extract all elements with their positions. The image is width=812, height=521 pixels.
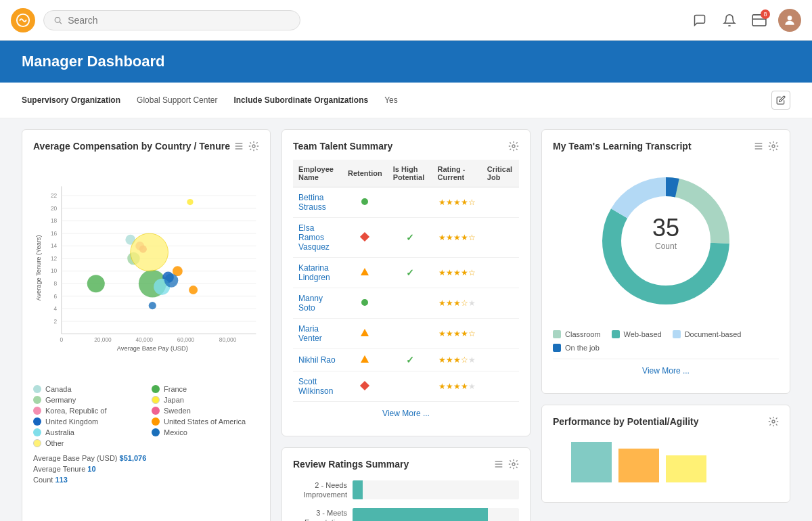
table-row: Nikhil Rao✓★★★☆★: [293, 349, 519, 371]
star-full: ★: [461, 268, 468, 277]
svg-text:60,000: 60,000: [177, 336, 195, 343]
compensation-legend: Canada France Germany Japan Korea, Repub…: [33, 385, 259, 447]
svg-point-49: [164, 273, 178, 287]
star-half: ☆: [468, 233, 476, 242]
svg-text:0: 0: [60, 336, 63, 343]
legend-korea: Korea, Republic of: [33, 407, 141, 415]
employee-link[interactable]: Scott Wilkinson: [298, 377, 333, 396]
svg-point-4: [788, 16, 792, 20]
svg-point-69: [772, 420, 775, 423]
star-full: ★: [438, 268, 446, 277]
settings-talent-icon[interactable]: [508, 141, 519, 152]
star-half: ☆: [468, 268, 476, 277]
inbox-badge: 8: [761, 9, 770, 19]
employee-link[interactable]: Nikhil Rao: [298, 355, 336, 365]
compensation-stats: Average Base Pay (USD) $51,076 Average T…: [33, 454, 259, 484]
bar-fill: [353, 480, 363, 499]
star-empty: ★: [468, 382, 476, 391]
settings-chart-icon[interactable]: [248, 141, 259, 152]
svg-point-51: [87, 275, 105, 292]
svg-text:Count: Count: [655, 242, 677, 251]
inbox-button[interactable]: 8: [748, 9, 770, 31]
search-input[interactable]: [68, 15, 290, 26]
svg-text:16: 16: [51, 230, 58, 237]
svg-text:12: 12: [51, 255, 58, 262]
legend-japan: Japan: [152, 396, 259, 404]
learning-title: My Team's Learning Transcript: [553, 141, 692, 152]
svg-point-62: [772, 145, 775, 148]
subordinate-label: Include Subordinate Organizations: [233, 95, 368, 105]
star-full: ★: [438, 233, 446, 242]
star-full: ★: [453, 298, 461, 308]
svg-rect-72: [666, 455, 706, 482]
performance-card: Performance by Potential/Agility: [541, 405, 790, 503]
star-full: ★: [446, 382, 453, 391]
legend-web-based: Web-based: [612, 330, 662, 338]
svg-text:6: 6: [54, 293, 58, 300]
star-full: ★: [453, 233, 461, 242]
search-bar[interactable]: [43, 10, 300, 30]
messages-button[interactable]: [689, 9, 710, 31]
star-full: ★: [453, 268, 461, 277]
user-avatar[interactable]: [778, 9, 801, 32]
employee-link[interactable]: Bettina Strauss: [298, 193, 326, 212]
table-row: Bettina Strauss★★★★☆: [293, 187, 519, 218]
search-icon: [53, 16, 62, 25]
learning-card-icons[interactable]: [753, 141, 779, 152]
employee-link[interactable]: Elsa Ramos Vasquez: [298, 223, 330, 252]
filter-learning-icon[interactable]: [753, 141, 764, 152]
high-potential-check: ✓: [406, 232, 414, 243]
bar-row: 3 - MeetsExpectations: [293, 508, 519, 521]
compensation-card-icons[interactable]: [233, 141, 259, 152]
star-full: ★: [446, 233, 453, 242]
svg-point-50: [131, 233, 168, 271]
svg-text:Average Base Pay (USD): Average Base Pay (USD): [117, 345, 188, 352]
svg-point-54: [512, 145, 515, 148]
retention-red: [360, 381, 369, 390]
star-full: ★: [438, 382, 446, 391]
star-full: ★: [446, 268, 453, 277]
learning-view-more[interactable]: View More ...: [553, 359, 779, 382]
svg-text:Average Tenure (Years): Average Tenure (Years): [35, 235, 42, 300]
compensation-title: Average Compensation by Country / Tenure: [33, 141, 230, 152]
employee-link[interactable]: Manny Soto: [298, 294, 323, 313]
settings-learning-icon[interactable]: [768, 141, 779, 152]
table-row: Maria Venter★★★★☆: [293, 319, 519, 349]
high-potential-check: ✓: [406, 355, 414, 365]
main-grid: Average Compensation by Country / Tenure: [0, 118, 812, 521]
retention-orange: [361, 329, 369, 336]
star-full: ★: [438, 329, 446, 338]
learning-header: My Team's Learning Transcript: [553, 141, 779, 152]
review-card-icons[interactable]: [493, 459, 519, 470]
retention-orange: [361, 355, 369, 363]
col-critical: Critical Job: [482, 160, 519, 187]
retention-orange: [361, 268, 369, 275]
settings-perf-icon[interactable]: [768, 416, 779, 427]
legend-australia: Australia: [33, 428, 141, 436]
review-ratings-header: Review Ratings Summary: [293, 459, 519, 470]
legend-sweden: Sweden: [152, 407, 259, 415]
filter-review-icon[interactable]: [493, 459, 504, 470]
legend-canada: Canada: [33, 385, 141, 393]
col-rating: Rating - Current: [432, 160, 481, 187]
svg-rect-70: [571, 442, 612, 482]
compensation-card-header: Average Compensation by Country / Tenure: [33, 141, 259, 152]
edit-filters-button[interactable]: [771, 91, 790, 110]
employee-link[interactable]: Katarina Lindgren: [298, 263, 330, 282]
performance-header: Performance by Potential/Agility: [553, 416, 779, 427]
employee-link[interactable]: Maria Venter: [298, 324, 322, 343]
svg-point-43: [187, 199, 193, 205]
retention-green: [361, 299, 368, 306]
star-half: ☆: [468, 329, 476, 338]
middle-column: Team Talent Summary Employee Name Retent…: [281, 129, 531, 521]
filter-chart-icon[interactable]: [233, 141, 244, 152]
settings-review-icon[interactable]: [508, 459, 519, 470]
talent-view-more[interactable]: View More ...: [293, 401, 519, 425]
star-half: ☆: [461, 298, 468, 308]
star-full: ★: [461, 198, 468, 207]
org-label: Supervisory Organization: [22, 95, 120, 105]
notifications-button[interactable]: [719, 9, 740, 31]
talent-card-icons[interactable]: [508, 141, 519, 152]
filter-bar: Supervisory Organization Global Support …: [0, 83, 812, 118]
performance-card-icons[interactable]: [768, 416, 779, 427]
